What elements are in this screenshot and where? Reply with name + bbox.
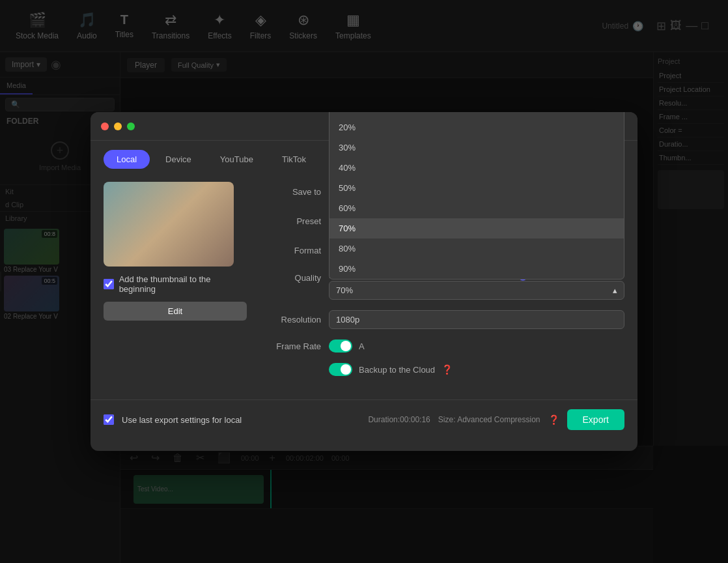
frame-rate-row: Frame Rate A: [262, 339, 624, 353]
minimize-button[interactable]: [114, 123, 122, 130]
export-button[interactable]: Export: [567, 409, 624, 430]
dropdown-item-70[interactable]: 70%: [329, 218, 624, 238]
resolution-label: Resolution: [262, 315, 321, 325]
close-button[interactable]: [101, 123, 109, 130]
save-to-label: Save to: [262, 187, 321, 197]
quality-dropdown-container: 70% ▴ 10% 20% 30% 40% 50% 60% 70%: [329, 281, 624, 300]
toggle-label: A: [359, 341, 365, 351]
dropdown-item-20[interactable]: 20%: [329, 117, 624, 137]
edit-button[interactable]: Edit: [104, 302, 247, 321]
tab-youtube[interactable]: YouTube: [207, 150, 266, 169]
quality-controls: Lower Higher 70% ▴ 10%: [329, 270, 624, 300]
last-settings-label: Use last export settings for local: [122, 415, 242, 425]
resolution-value: 1080p: [336, 315, 359, 325]
quality-row: Quality Lower Higher 70% ▴: [262, 270, 624, 300]
dialog-body: Add the thumbnail to the beginning Edit …: [91, 169, 637, 399]
tab-device[interactable]: Device: [152, 150, 204, 169]
size-info: Size: Advanced Compression: [438, 415, 540, 424]
backup-help-icon[interactable]: ❓: [441, 364, 453, 375]
dialog-footer: Use last export settings for local Durat…: [91, 399, 637, 439]
thumbnail-checkbox-label: Add the thumbnail to the beginning: [119, 274, 247, 294]
dropdown-item-60[interactable]: 60%: [329, 198, 624, 218]
thumbnail-checkbox[interactable]: [104, 279, 114, 289]
tab-local[interactable]: Local: [104, 150, 150, 169]
backup-row: Backup to the Cloud ❓: [262, 363, 624, 376]
thumbnail-image: [104, 182, 234, 267]
resolution-row: Resolution 1080p: [262, 310, 624, 329]
quality-dropdown-menu: 10% 20% 30% 40% 50% 60% 70% 80% 90%: [329, 112, 624, 280]
dialog-overlay: Export Local Device YouTube TikTok Vimeo…: [0, 0, 728, 563]
frame-rate-label: Frame Rate: [262, 341, 321, 351]
backup-toggle[interactable]: [329, 363, 352, 376]
size-help-icon[interactable]: ❓: [548, 414, 559, 425]
frame-rate-toggle[interactable]: [329, 339, 352, 353]
duration-info: Duration:00:00:16: [368, 415, 430, 424]
thumbnail-checkbox-row: Add the thumbnail to the beginning: [104, 274, 247, 294]
format-label: Format: [262, 246, 321, 255]
chevron-up-icon: ▴: [613, 285, 617, 295]
dropdown-item-40[interactable]: 40%: [329, 158, 624, 178]
backup-label: Backup to the Cloud: [359, 365, 435, 375]
preset-label: Preset: [262, 216, 321, 226]
quality-dropdown-trigger[interactable]: 70% ▴: [329, 281, 624, 300]
backup-controls: Backup to the Cloud ❓: [329, 363, 453, 376]
dropdown-item-30[interactable]: 30%: [329, 137, 624, 158]
maximize-button[interactable]: [127, 123, 135, 130]
dialog-right-panel: Save to /Users/ws/Movies/Wonder 📁 Preset…: [262, 182, 624, 386]
dialog-left-panel: Add the thumbnail to the beginning Edit: [104, 182, 247, 386]
dropdown-item-80[interactable]: 80%: [329, 238, 624, 259]
thumbnail-preview: [104, 182, 234, 267]
resolution-input[interactable]: 1080p: [329, 310, 624, 329]
last-settings-checkbox[interactable]: [104, 414, 114, 425]
quality-dropdown-value: 70%: [336, 285, 353, 295]
quality-label: Quality: [262, 270, 321, 283]
export-dialog: Export Local Device YouTube TikTok Vimeo…: [91, 112, 637, 451]
dropdown-item-90[interactable]: 90%: [329, 259, 624, 279]
tab-tiktok[interactable]: TikTok: [269, 150, 319, 169]
frame-rate-controls: A: [329, 339, 624, 353]
dropdown-item-10[interactable]: 10%: [329, 112, 624, 117]
dropdown-item-50[interactable]: 50%: [329, 178, 624, 198]
